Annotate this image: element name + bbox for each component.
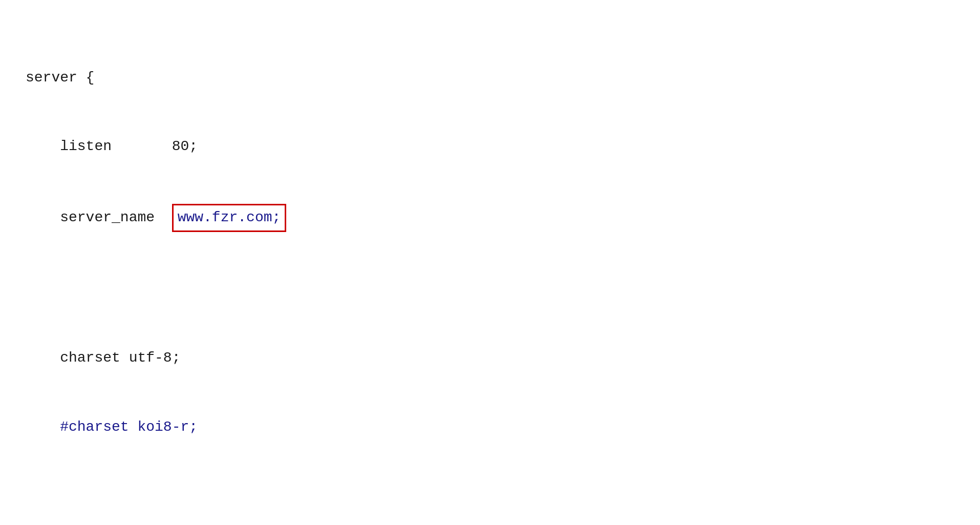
- code-display: server { listen 80; server_name www.fzr.…: [26, 20, 954, 525]
- code-line-charset-comment: #charset koi8-r;: [26, 416, 954, 439]
- code-line-empty-2: [26, 485, 954, 508]
- server-name-label: server_name: [26, 209, 172, 225]
- code-line-2: listen 80;: [26, 135, 954, 158]
- code-line-charset: charset utf-8;: [26, 347, 954, 370]
- code-line-3: server_name www.fzr.com;: [26, 204, 954, 232]
- code-line-empty-1: [26, 278, 954, 301]
- server-name-value: www.fzr.com;: [172, 204, 287, 232]
- code-line-1: server {: [26, 67, 954, 90]
